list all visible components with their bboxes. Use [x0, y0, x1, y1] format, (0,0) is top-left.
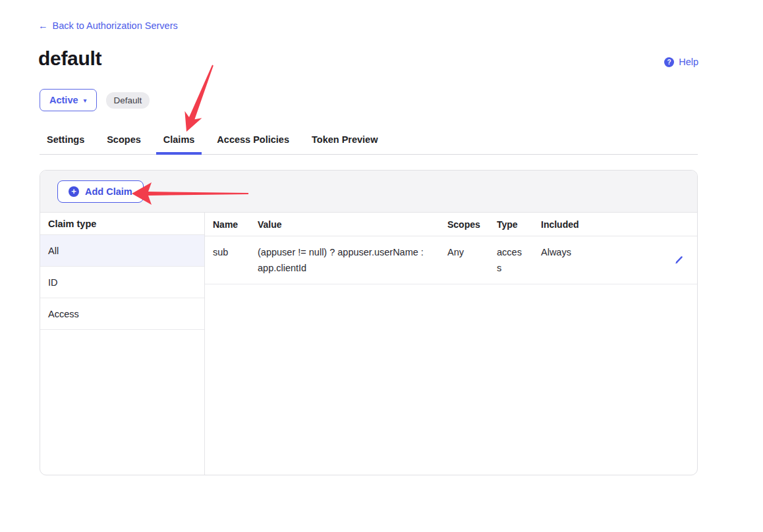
active-status-label: Active [49, 95, 78, 105]
pencil-icon [674, 255, 684, 265]
annotation-arrow-claims-tab [175, 63, 214, 135]
help-question-icon: ? [664, 57, 674, 67]
default-badge: Default [106, 92, 150, 109]
claim-name-cell: sub [213, 244, 258, 260]
column-header-name: Name [213, 219, 258, 230]
claim-type-item-id[interactable]: ID [40, 267, 204, 298]
plus-icon: + [69, 186, 79, 197]
table-row: sub (appuser != null) ? appuser.userName… [205, 236, 697, 284]
claims-table-header: Name Value Scopes Type Included [205, 213, 697, 236]
tab-claims[interactable]: Claims [156, 132, 202, 155]
status-row: Active ▾ Default [40, 89, 150, 111]
claim-type-item-access[interactable]: Access [40, 298, 204, 330]
column-header-included: Included [541, 219, 655, 230]
claim-type-sidebar: Claim type All ID Access [40, 213, 205, 475]
page-header: default ? Help [38, 47, 698, 70]
page: { "colors": { "accent": "#4c5be8", "arro… [0, 0, 763, 532]
claim-type-item-all[interactable]: All [40, 235, 204, 267]
edit-claim-button[interactable] [674, 251, 684, 269]
claim-scopes-cell: Any [447, 244, 497, 260]
column-header-scopes: Scopes [447, 219, 497, 230]
back-to-authorization-servers-link[interactable]: ←Back to Authorization Servers [38, 20, 178, 31]
claims-panel: + Add Claim Claim type All ID Access Nam… [40, 170, 698, 475]
chevron-down-icon: ▾ [84, 97, 87, 104]
column-header-type: Type [497, 219, 541, 230]
active-status-dropdown[interactable]: Active ▾ [40, 89, 97, 111]
claims-toolbar: + Add Claim [40, 171, 697, 213]
tab-access-policies[interactable]: Access Policies [210, 132, 297, 155]
add-claim-label: Add Claim [85, 186, 132, 197]
back-link-label: Back to Authorization Servers [53, 20, 178, 31]
add-claim-button[interactable]: + Add Claim [57, 180, 144, 203]
claim-value-cell: (appuser != null) ? appuser.userName : a… [258, 244, 447, 276]
back-arrow-icon: ← [38, 20, 48, 31]
tab-scopes[interactable]: Scopes [99, 132, 148, 155]
help-label: Help [679, 57, 698, 67]
help-link[interactable]: ? Help [664, 57, 698, 67]
column-header-value: Value [258, 219, 447, 230]
tab-bar: Settings Scopes Claims Access Policies T… [40, 132, 698, 155]
claim-type-cell: access [497, 244, 541, 276]
claim-type-header: Claim type [40, 213, 204, 235]
page-title: default [38, 47, 101, 70]
breadcrumb: ←Back to Authorization Servers [38, 20, 178, 32]
tab-settings[interactable]: Settings [40, 132, 92, 155]
claim-included-cell: Always [541, 244, 655, 260]
claims-table: Name Value Scopes Type Included sub (app… [205, 213, 697, 475]
tab-token-preview[interactable]: Token Preview [304, 132, 385, 155]
claims-panel-body: Claim type All ID Access Name Value Scop… [40, 213, 697, 475]
